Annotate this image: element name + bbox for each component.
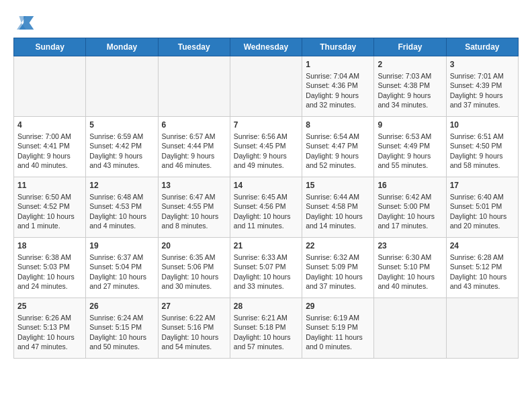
day-info: and 34 minutes. bbox=[378, 100, 442, 109]
day-number: 24 bbox=[450, 240, 515, 251]
calendar-cell: 22Sunrise: 6:32 AMSunset: 5:09 PMDayligh… bbox=[302, 238, 374, 298]
calendar-cell: 15Sunrise: 6:44 AMSunset: 4:58 PMDayligh… bbox=[302, 177, 374, 238]
day-number: 18 bbox=[17, 240, 82, 251]
day-info: Sunset: 5:01 PM bbox=[450, 201, 515, 211]
day-info: Sunset: 4:38 PM bbox=[378, 81, 442, 90]
calendar-cell: 5Sunrise: 6:59 AMSunset: 4:42 PMDaylight… bbox=[86, 117, 158, 177]
day-number: 1 bbox=[306, 59, 370, 70]
day-info: Sunset: 5:15 PM bbox=[89, 322, 154, 332]
header-day-monday: Monday bbox=[86, 38, 158, 56]
day-info: Sunrise: 6:53 AM bbox=[378, 132, 442, 141]
day-number: 5 bbox=[89, 120, 154, 130]
calendar-cell: 24Sunrise: 6:28 AMSunset: 5:12 PMDayligh… bbox=[446, 238, 518, 298]
day-info: and 24 minutes. bbox=[17, 281, 82, 291]
day-number: 22 bbox=[306, 240, 370, 251]
day-info: Sunrise: 6:47 AM bbox=[162, 192, 226, 201]
calendar-week-2: 4Sunrise: 7:00 AMSunset: 4:41 PMDaylight… bbox=[14, 117, 519, 177]
day-info: and 43 minutes. bbox=[89, 161, 154, 170]
day-info: Sunrise: 6:44 AM bbox=[306, 192, 370, 201]
day-info: and 0 minutes. bbox=[306, 342, 370, 351]
calendar-cell: 6Sunrise: 6:57 AMSunset: 4:44 PMDaylight… bbox=[158, 117, 230, 177]
day-info: Sunset: 5:09 PM bbox=[306, 262, 370, 271]
day-info: Daylight: 9 hours bbox=[378, 151, 442, 161]
calendar-week-1: 1Sunrise: 7:04 AMSunset: 4:36 PMDaylight… bbox=[14, 56, 519, 117]
day-info: Sunset: 5:18 PM bbox=[234, 322, 298, 332]
day-number: 2 bbox=[378, 59, 442, 70]
day-info: Sunset: 4:56 PM bbox=[234, 201, 298, 211]
logo-icon bbox=[13, 13, 35, 32]
day-info: Daylight: 10 hours bbox=[17, 212, 82, 221]
day-number: 16 bbox=[378, 180, 442, 191]
day-info: Sunrise: 6:48 AM bbox=[89, 192, 154, 201]
day-number: 6 bbox=[162, 120, 226, 130]
day-info: Sunrise: 6:38 AM bbox=[17, 253, 82, 262]
day-info: Sunset: 5:06 PM bbox=[162, 262, 226, 271]
day-info: Sunrise: 7:04 AM bbox=[306, 71, 370, 81]
day-info: Daylight: 10 hours bbox=[89, 212, 154, 221]
day-info: Sunrise: 6:28 AM bbox=[450, 253, 515, 262]
day-info: Sunset: 5:04 PM bbox=[89, 262, 154, 271]
day-info: Sunset: 5:19 PM bbox=[306, 322, 370, 332]
day-info: Daylight: 9 hours bbox=[17, 151, 82, 161]
day-info: and 11 minutes. bbox=[234, 221, 298, 230]
header-day-saturday: Saturday bbox=[446, 38, 518, 56]
day-info: Sunrise: 6:26 AM bbox=[17, 313, 82, 322]
calendar-cell: 9Sunrise: 6:53 AMSunset: 4:49 PMDaylight… bbox=[374, 117, 446, 177]
day-info: Daylight: 9 hours bbox=[306, 91, 370, 100]
day-info: Sunrise: 6:33 AM bbox=[234, 253, 298, 262]
calendar-cell: 7Sunrise: 6:56 AMSunset: 4:45 PMDaylight… bbox=[230, 117, 302, 177]
day-info: and 55 minutes. bbox=[378, 161, 442, 170]
day-info: Daylight: 10 hours bbox=[450, 272, 515, 281]
day-number: 10 bbox=[450, 120, 515, 130]
day-number: 7 bbox=[234, 120, 298, 130]
day-info: Daylight: 10 hours bbox=[234, 212, 298, 221]
day-number: 3 bbox=[450, 59, 515, 70]
day-info: and 43 minutes. bbox=[450, 281, 515, 291]
calendar-cell: 20Sunrise: 6:35 AMSunset: 5:06 PMDayligh… bbox=[158, 238, 230, 298]
day-number: 29 bbox=[306, 301, 370, 312]
day-info: Sunset: 4:36 PM bbox=[306, 81, 370, 90]
day-number: 8 bbox=[306, 120, 370, 130]
day-number: 26 bbox=[89, 301, 154, 312]
day-info: Sunrise: 6:35 AM bbox=[162, 253, 226, 262]
day-number: 13 bbox=[162, 180, 226, 191]
day-info: Sunrise: 7:01 AM bbox=[450, 71, 515, 81]
calendar-cell: 19Sunrise: 6:37 AMSunset: 5:04 PMDayligh… bbox=[86, 238, 158, 298]
day-info: Sunset: 4:47 PM bbox=[306, 141, 370, 150]
day-info: and 40 minutes. bbox=[378, 281, 442, 291]
day-info: Sunset: 4:50 PM bbox=[450, 141, 515, 150]
calendar-cell bbox=[158, 56, 230, 117]
day-info: Sunrise: 6:40 AM bbox=[450, 192, 515, 201]
logo bbox=[13, 13, 38, 32]
day-number: 19 bbox=[89, 240, 154, 251]
day-number: 25 bbox=[17, 301, 82, 312]
calendar-table: SundayMondayTuesdayWednesdayThursdayFrid… bbox=[13, 38, 519, 359]
calendar-cell: 12Sunrise: 6:48 AMSunset: 4:53 PMDayligh… bbox=[86, 177, 158, 238]
calendar-cell: 8Sunrise: 6:54 AMSunset: 4:47 PMDaylight… bbox=[302, 117, 374, 177]
day-number: 15 bbox=[306, 180, 370, 191]
calendar-cell: 14Sunrise: 6:45 AMSunset: 4:56 PMDayligh… bbox=[230, 177, 302, 238]
day-info: Sunset: 5:12 PM bbox=[450, 262, 515, 271]
header-day-thursday: Thursday bbox=[302, 38, 374, 56]
header-day-wednesday: Wednesday bbox=[230, 38, 302, 56]
day-info: Sunset: 4:58 PM bbox=[306, 201, 370, 211]
day-number: 9 bbox=[378, 120, 442, 130]
day-number: 20 bbox=[162, 240, 226, 251]
day-info: and 32 minutes. bbox=[306, 100, 370, 109]
day-info: and 54 minutes. bbox=[162, 342, 226, 351]
day-info: and 46 minutes. bbox=[162, 161, 226, 170]
day-info: Sunrise: 7:00 AM bbox=[17, 132, 82, 141]
day-info: Sunset: 4:52 PM bbox=[17, 201, 82, 211]
day-info: Sunrise: 6:51 AM bbox=[450, 132, 515, 141]
day-info: Daylight: 10 hours bbox=[17, 332, 82, 342]
day-info: and 4 minutes. bbox=[89, 221, 154, 230]
calendar-cell bbox=[374, 298, 446, 359]
day-info: Sunrise: 6:22 AM bbox=[162, 313, 226, 322]
day-number: 14 bbox=[234, 180, 298, 191]
day-info: Sunrise: 6:56 AM bbox=[234, 132, 298, 141]
day-number: 4 bbox=[17, 120, 82, 130]
day-number: 12 bbox=[89, 180, 154, 191]
day-info: and 47 minutes. bbox=[17, 342, 82, 351]
day-info: and 58 minutes. bbox=[450, 161, 515, 170]
day-info: Daylight: 9 hours bbox=[450, 91, 515, 100]
